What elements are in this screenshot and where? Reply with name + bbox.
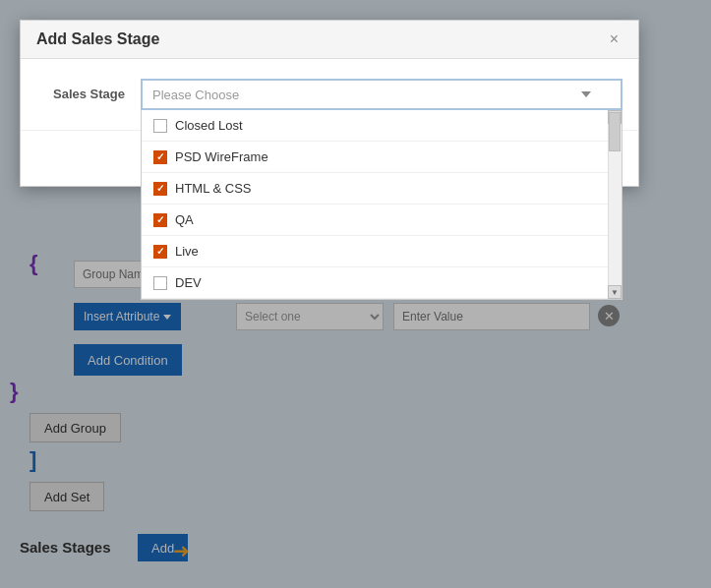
dropdown-item-html-css[interactable]: HTML & CSS [142,173,608,205]
dropdown-item-qa[interactable]: QA [142,205,608,236]
add-sales-stage-modal: Add Sales Stage × Sales Stage Please Cho… [20,20,639,187]
scrollbar-track: ▲ ▼ [608,110,622,299]
dropdown-caret-icon [581,91,591,97]
item-label-live: Live [175,244,199,259]
modal-body: Sales Stage Please Choose Closed LostPSD… [21,59,638,130]
checkbox-qa[interactable] [153,213,167,227]
checkbox-dev[interactable] [153,276,167,290]
item-label-qa: QA [175,212,194,227]
dropdown-menu: Closed LostPSD WireFrameHTML & CSSQALive… [141,110,622,300]
checkbox-html-css[interactable] [153,182,167,196]
checkbox-live[interactable] [153,245,167,259]
sales-stage-dropdown-container: Please Choose Closed LostPSD WireFrameHT… [141,79,622,110]
dropdown-item-dev[interactable]: DEV [142,267,608,299]
dropdown-item-closed-lost[interactable]: Closed Lost [142,110,608,142]
dropdown-items-list: Closed LostPSD WireFrameHTML & CSSQALive… [142,110,608,299]
item-label-dev: DEV [175,275,202,290]
item-label-closed-lost: Closed Lost [175,118,243,133]
item-label-psd-wireframe: PSD WireFrame [175,149,268,164]
modal-header: Add Sales Stage × [21,21,638,59]
scrollbar-thumb[interactable] [609,112,621,151]
modal-close-button[interactable]: × [606,30,622,48]
checkbox-closed-lost[interactable] [153,119,167,133]
sales-stage-label: Sales Stage [36,79,125,101]
item-label-html-css: HTML & CSS [175,181,252,196]
scrollbar-down-arrow[interactable]: ▼ [608,285,622,299]
modal-title: Add Sales Stage [36,30,159,48]
dropdown-item-live[interactable]: Live [142,236,608,267]
sales-stage-dropdown-trigger[interactable]: Please Choose [141,79,622,110]
checkbox-psd-wireframe[interactable] [153,150,167,164]
dropdown-item-psd-wireframe[interactable]: PSD WireFrame [142,142,608,173]
